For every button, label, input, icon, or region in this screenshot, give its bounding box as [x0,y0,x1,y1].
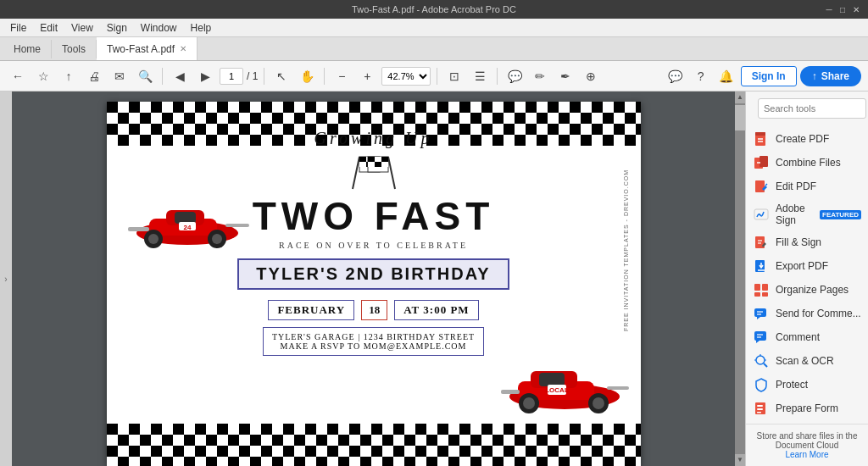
sign-in-button[interactable]: Sign In [741,66,797,86]
tool-create-pdf[interactable]: Create PDF [746,127,868,151]
edit-pdf-icon [753,179,770,194]
svg-rect-36 [539,373,565,386]
scrollbar-thumb[interactable] [735,105,745,130]
venue-line: TYLER'S GARAGE | 1234 BIRTHDAY STREET [272,332,475,341]
tab-tools[interactable]: Tools [52,40,97,58]
send-comment-icon [753,306,770,321]
toolbar: ← ☆ ↑ 🖨 ✉ 🔍 ◀ ▶ / 1 ↖ ✋ − + 42.7% 50% 75… [0,61,868,92]
svg-rect-19 [359,157,366,162]
right-panel-footer: Store and share files in the Document Cl… [746,424,868,466]
tool-comment[interactable]: Comment [746,325,868,349]
window-controls: ─ □ ✕ [824,4,861,14]
prepare-form-icon [753,401,770,416]
footer-text: Store and share files in the Document Cl… [753,431,861,450]
zoom-in-btn[interactable]: + [356,65,378,87]
checker-bottom-svg [107,424,641,466]
toolbar-sep-4 [437,68,437,85]
prev-page-btn[interactable]: ◀ [169,65,191,87]
svg-rect-63 [762,284,768,291]
tab-document[interactable]: Two-Fast A.pdf ✕ [97,37,198,60]
tab-home[interactable]: Home [3,40,52,58]
scrollbar-down[interactable]: ▼ [735,454,745,466]
message-btn[interactable]: 💬 [665,65,687,87]
fit-page-btn[interactable]: ⊡ [443,65,465,87]
share-icon: ↑ [812,70,817,82]
toolbar-email[interactable]: ✉ [108,65,131,87]
pdf-area: 24 Growing Up [12,92,745,466]
comment-btn[interactable]: 💬 [504,65,526,87]
menu-window[interactable]: Window [134,20,184,36]
menu-help[interactable]: Help [184,20,219,36]
draw-btn[interactable]: ✒ [554,65,576,87]
next-page-btn[interactable]: ▶ [194,65,216,87]
scan-ocr-label: Scan & OCR [776,355,834,367]
title-bar: Two-Fast A.pdf - Adobe Acrobat Pro DC ─ … [0,0,868,19]
scroll-mode-btn[interactable]: ☰ [469,65,491,87]
close-button[interactable]: ✕ [851,4,861,14]
learn-more-link[interactable]: Learn More [785,450,828,459]
adobe-sign-label: Adobe Sign [776,202,812,226]
birthday-box: TYLER'S 2ND BIRTHDAY [237,258,509,290]
pdf-scrollbar[interactable]: ▲ ▼ [735,92,745,466]
svg-rect-66 [754,308,766,317]
scrollbar-up[interactable]: ▲ [735,92,745,103]
svg-rect-78 [757,405,763,407]
toolbar-sep-3 [324,68,325,85]
select-tool[interactable]: ↖ [270,65,292,87]
search-tools-input[interactable] [758,98,866,119]
toolbar-print[interactable]: 🖨 [83,65,105,87]
restore-button[interactable]: □ [837,4,848,14]
toolbar-sep-1 [162,68,163,85]
tool-protect[interactable]: Protect [746,373,868,397]
menu-sign[interactable]: Sign [100,20,134,36]
export-pdf-label: Export PDF [776,260,828,272]
car-left-image: 24 [124,186,251,266]
toolbar-share-file[interactable]: ↑ [58,65,80,87]
race-car-left-svg: 24 [124,186,251,254]
left-panel-toggle[interactable]: › [0,92,12,466]
svg-line-17 [353,157,359,189]
minimize-button[interactable]: ─ [824,4,834,14]
date-row: FEBRUARY 18 AT 3:00 PM [132,300,615,320]
time-box: AT 3:00 PM [394,300,478,320]
svg-point-40 [593,397,604,409]
svg-rect-45 [107,424,641,466]
title-text: Two-Fast A.pdf - Adobe Acrobat Pro DC [352,4,516,14]
tool-export-pdf[interactable]: Export PDF [746,254,868,278]
toolbar-search[interactable]: 🔍 [134,65,156,87]
svg-rect-42 [607,386,629,390]
tool-fill-sign[interactable]: Fill & Sign [746,230,868,254]
more-tools-btn[interactable]: ⊕ [580,65,602,87]
toolbar-back[interactable]: ← [7,65,29,87]
zoom-out-btn[interactable]: − [331,65,353,87]
share-button[interactable]: ↑ Share [800,66,861,86]
tool-scan-ocr[interactable]: Scan & OCR [746,349,868,373]
tool-prepare-form[interactable]: Prepare Form [746,397,868,420]
doc-tab-close[interactable]: ✕ [180,44,186,53]
markup-btn[interactable]: ✏ [529,65,551,87]
featured-badge: FEATURED [820,210,861,219]
tool-send-comment[interactable]: Send for Comme... [746,302,868,325]
share-label: Share [821,70,849,82]
right-panel: Create PDF Combine Files Edit PDF [745,92,868,466]
menu-edit[interactable]: Edit [33,20,64,36]
rsvp-line: MAKE A RSVP TO MOM@EXAMPLE.COM [272,341,475,351]
tool-organize-pages[interactable]: Organize Pages [746,278,868,302]
toolbar-bookmark[interactable]: ☆ [32,65,54,87]
zoom-select[interactable]: 42.7% 50% 75% 100% [381,67,431,86]
tool-combine-files[interactable]: Combine Files [746,151,868,175]
svg-point-12 [212,234,222,244]
menu-file[interactable]: File [3,20,33,36]
hand-tool[interactable]: ✋ [296,65,318,87]
page-number-input[interactable] [220,68,243,85]
right-panel-header [746,92,868,127]
tool-adobe-sign[interactable]: Adobe Sign FEATURED [746,198,868,230]
tool-edit-pdf[interactable]: Edit PDF [746,175,868,198]
notifications-btn[interactable]: 🔔 [715,65,737,87]
svg-rect-8 [175,212,196,224]
export-pdf-icon [753,258,770,274]
toolbar-sep-5 [497,68,498,85]
help-btn[interactable]: ? [690,65,712,87]
menu-view[interactable]: View [64,20,100,36]
svg-rect-31 [375,162,381,167]
